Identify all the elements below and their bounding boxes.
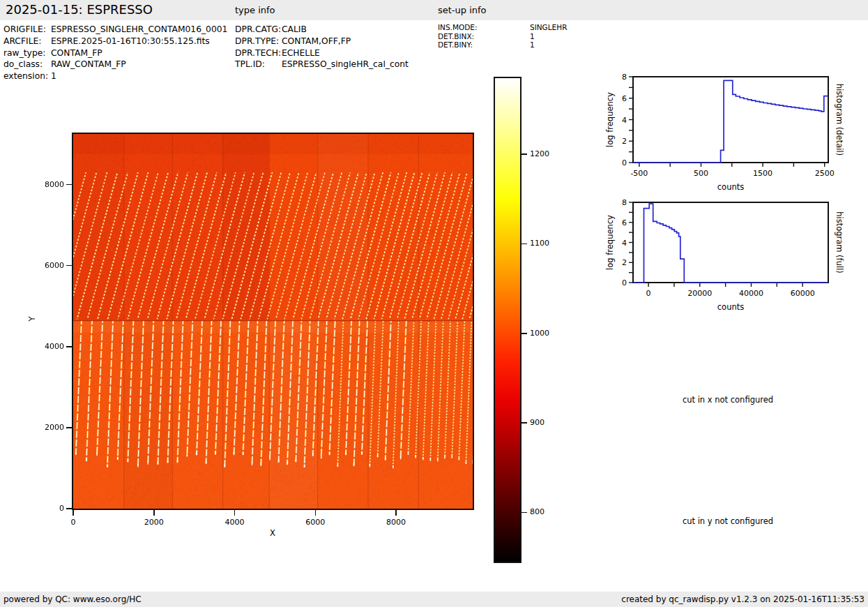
y-tick-label: 6000 [36, 261, 64, 270]
hist-y-tick-label: 0 [622, 278, 627, 287]
colorbar-tick [521, 153, 527, 155]
x-tick [315, 510, 317, 516]
info-row: INS.MODE:SINGLEHR [438, 23, 567, 32]
hist-right-label: histogram (full) [835, 211, 844, 273]
info-row: raw_type:CONTAM_FP [3, 47, 227, 59]
hist-y-tick-label: 8 [622, 198, 627, 207]
type-info-heading: type info [235, 5, 275, 15]
hist-x-tick-label: 1500 [753, 169, 772, 178]
x-tick-label: 4000 [214, 518, 256, 527]
y-tick-label: 2000 [36, 423, 64, 432]
colorbar-tick [521, 333, 527, 334]
x-tick-label: 0 [52, 518, 94, 527]
cut-in-x-message: cut in x not configured [623, 395, 832, 405]
footer-bar: powered by QC: www.eso.org/HC created by… [0, 592, 868, 607]
type-info-block: DPR.CATG:CALIBDPR.TYPE:CONTAM,OFF,FPDPR.… [235, 24, 409, 70]
hist-x-tick-label: 2500 [815, 169, 835, 178]
hist-y-tick-label: 4 [622, 116, 627, 125]
colorbar [495, 78, 520, 562]
y-tick [66, 346, 72, 347]
hist-y-tick-label: 2 [622, 137, 627, 146]
y-tick [66, 427, 72, 428]
x-axis-label: X [252, 528, 294, 538]
colorbar-tick-label: 1000 [530, 329, 549, 338]
hist-x-tick-label: 40000 [739, 289, 763, 298]
x-tick [395, 510, 397, 516]
hist-x-tick-label: 60000 [791, 289, 815, 298]
hist-step-line [633, 80, 828, 163]
hist-y-tick-label: 8 [622, 73, 627, 82]
file-info-block: ORIGFILE:ESPRESSO_SINGLEHR_CONTAM016_000… [3, 24, 227, 82]
hist-y-tick-label: 4 [622, 239, 627, 248]
hist-x-tick-label: 0 [646, 289, 651, 298]
colorbar-tick-label: 800 [530, 507, 545, 516]
info-row: DPR.TECH:ECHELLE [235, 47, 409, 59]
x-tick-label: 2000 [133, 518, 175, 527]
hist-x-axis-label: counts [717, 302, 744, 312]
y-tick-label: 8000 [36, 180, 64, 189]
hist-x-tick-label: 20000 [687, 289, 712, 298]
hist-y-tick-label: 2 [622, 258, 627, 267]
setup-info-heading: set-up info [438, 5, 487, 15]
x-tick [234, 510, 236, 516]
hist-x-tick-label: -500 [630, 169, 648, 178]
x-tick-label: 6000 [294, 518, 336, 527]
raw-detector-image [73, 134, 473, 509]
y-tick-label: 4000 [36, 342, 64, 351]
info-row: DET.BINY:1 [438, 40, 567, 50]
info-row: ORIGFILE:ESPRESSO_SINGLEHR_CONTAM016_000… [3, 24, 227, 36]
histogram-detail-plot: -5005001500250002468countslog frequencyh… [600, 64, 868, 201]
x-tick-label: 8000 [375, 518, 417, 527]
histogram-full-plot: 020000400006000002468countslog frequency… [600, 190, 868, 329]
y-axis-label: Y [27, 316, 37, 321]
y-tick [66, 265, 72, 267]
info-row: do_class:RAW_CONTAM_FP [3, 59, 227, 70]
y-tick [66, 184, 72, 186]
info-row: DET.BINX:1 [438, 32, 567, 41]
hist-y-axis-label: log frequency [605, 215, 615, 270]
colorbar-tick-label: 1200 [530, 149, 549, 158]
y-tick-label: 0 [36, 504, 64, 513]
header-bar: 2025-01-15: ESPRESSO type info set-up in… [0, 0, 868, 20]
colorbar-tick [521, 512, 527, 514]
colorbar-tick-label: 900 [530, 418, 545, 427]
cut-in-y-message: cut in y not configured [623, 516, 832, 526]
hist-x-tick-label: 500 [694, 169, 708, 178]
hist-y-tick-label: 6 [622, 94, 627, 103]
info-row: DPR.TYPE:CONTAM,OFF,FP [235, 36, 409, 47]
hist-step-line [633, 204, 828, 283]
hist-right-label: histogram (detail) [835, 84, 844, 156]
x-tick [73, 510, 74, 516]
x-tick [153, 510, 155, 516]
hist-y-tick-label: 6 [622, 218, 627, 227]
footer-right: created by qc_rawdisp.py v1.2.3 on 2025-… [621, 594, 865, 604]
info-row: ARCFILE:ESPRE.2025-01-16T10:30:55.125.fi… [3, 36, 227, 47]
colorbar-tick-label: 1100 [530, 239, 549, 248]
y-tick [66, 508, 72, 509]
footer-left: powered by QC: www.eso.org/HC [3, 594, 142, 604]
hist-y-axis-label: log frequency [605, 92, 615, 147]
qc-report-page: 2025-01-15: ESPRESSO type info set-up in… [0, 0, 868, 607]
page-title: 2025-01-15: ESPRESSO [6, 2, 153, 17]
hist-y-tick-label: 0 [622, 158, 627, 167]
setup-info-block: INS.MODE:SINGLEHRDET.BINX:1DET.BINY:1 [438, 23, 567, 50]
colorbar-tick [521, 243, 527, 245]
colorbar-tick [521, 422, 527, 424]
info-row: extension:1 [3, 70, 227, 82]
info-row: DPR.CATG:CALIB [235, 24, 409, 36]
info-row: TPL.ID:ESPRESSO_singleHR_cal_cont [235, 59, 409, 70]
